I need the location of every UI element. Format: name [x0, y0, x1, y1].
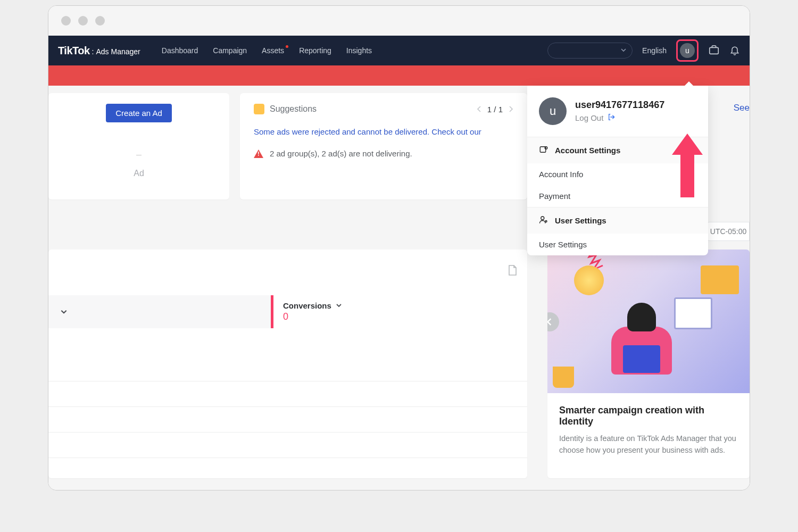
see-link[interactable]: See	[734, 103, 750, 113]
alert-banner	[48, 65, 750, 86]
nav-campaign[interactable]: Campaign	[213, 46, 247, 55]
suggestions-icon	[254, 104, 264, 114]
user-icon	[539, 215, 548, 226]
nav-assets[interactable]: Assets	[262, 46, 284, 55]
menu-label: User Settings	[555, 216, 606, 225]
bell-icon[interactable]	[729, 45, 740, 57]
logout-link[interactable]: Log Out	[575, 113, 664, 123]
decoration-bulb	[574, 265, 604, 295]
metric-conversions[interactable]: Conversions 0	[271, 295, 527, 328]
metric-value: 0	[283, 311, 527, 322]
logout-label: Log Out	[575, 113, 603, 122]
decoration-box	[701, 265, 739, 294]
stats-card: Conversions 0	[48, 250, 527, 478]
pager-count: 1 / 1	[487, 105, 503, 114]
window-dot	[95, 16, 105, 26]
create-ad-card: Create an Ad – Ad	[48, 93, 229, 200]
timezone-indicator[interactable]: UTC-05:00	[707, 222, 750, 241]
carousel-prev-icon[interactable]	[547, 312, 559, 331]
pager-next-icon[interactable]	[508, 105, 513, 114]
menu-user-settings-header: User Settings	[527, 207, 708, 234]
svg-point-2	[545, 147, 547, 149]
decoration-plant	[553, 367, 574, 388]
nav-reporting[interactable]: Reporting	[299, 46, 331, 55]
menu-label: Account Info	[539, 170, 583, 179]
svg-point-3	[541, 217, 544, 220]
business-center-icon[interactable]	[708, 44, 720, 57]
menu-user-settings[interactable]: User Settings	[527, 234, 708, 255]
promo-illustration	[547, 250, 750, 393]
warning-text: 2 ad group(s), 2 ad(s) are not deliverin…	[270, 149, 412, 158]
account-selector[interactable]	[547, 43, 633, 59]
user-avatar-button[interactable]: u	[676, 39, 699, 62]
nav-items: Dashboard Campaign Assets Reporting Insi…	[162, 46, 372, 55]
chevron-down-icon	[620, 46, 627, 55]
chart-gridlines	[48, 356, 527, 458]
rejected-ads-link[interactable]: Some ads were rejected and cannot be del…	[254, 127, 513, 136]
callout-arrow-icon	[672, 134, 703, 200]
brand-sep: :	[92, 47, 94, 56]
menu-label: Account Settings	[555, 146, 620, 155]
browser-titlebar	[48, 6, 750, 36]
avatar-icon: u	[539, 97, 567, 125]
promo-desc: Identity is a feature on TikTok Ads Mana…	[547, 433, 750, 456]
window-dot	[61, 16, 71, 26]
suggestions-title: Suggestions	[270, 104, 317, 114]
create-ad-button[interactable]: Create an Ad	[106, 104, 172, 122]
warning-icon	[254, 149, 263, 158]
promo-title: Smarter campaign creation with Identity	[547, 393, 750, 433]
brand-main: TikTok	[58, 45, 90, 57]
export-icon[interactable]	[507, 264, 518, 278]
top-nav: TikTok : Ads Manager Dashboard Campaign …	[48, 36, 750, 65]
menu-label: Payment	[539, 192, 570, 201]
promo-card: Smarter campaign creation with Identity …	[547, 250, 750, 478]
dropdown-username: user9417677118467	[575, 99, 664, 111]
decoration-laptop	[623, 345, 660, 373]
chevron-down-icon	[336, 301, 342, 310]
decoration-person-head	[627, 303, 656, 331]
stat-label-ad: Ad	[134, 169, 144, 178]
page-content: Create an Ad – Ad Suggestions 1 / 1 Some…	[48, 86, 750, 490]
language-selector[interactable]: English	[642, 46, 667, 55]
svg-point-4	[545, 221, 547, 222]
decoration-screen	[674, 297, 712, 329]
menu-label: User Settings	[539, 240, 587, 249]
window-dot	[78, 16, 88, 26]
stat-placeholder: –	[136, 149, 142, 160]
nav-dashboard[interactable]: Dashboard	[162, 46, 198, 55]
svg-rect-0	[710, 47, 719, 54]
nav-insights[interactable]: Insights	[346, 46, 372, 55]
suggestions-card: Suggestions 1 / 1 Some ads were rejected…	[240, 93, 527, 200]
metric-dropdown-partial[interactable]	[48, 295, 79, 328]
brand: TikTok : Ads Manager	[58, 45, 140, 57]
avatar-icon: u	[680, 43, 695, 58]
metric-selector-row: Conversions 0	[48, 295, 527, 328]
logout-icon	[608, 113, 616, 123]
brand-sub: Ads Manager	[96, 47, 140, 56]
metric-label: Conversions	[283, 301, 331, 310]
pager-prev-icon[interactable]	[477, 105, 482, 114]
browser-frame: TikTok : Ads Manager Dashboard Campaign …	[48, 5, 750, 491]
settings-icon	[539, 145, 548, 156]
